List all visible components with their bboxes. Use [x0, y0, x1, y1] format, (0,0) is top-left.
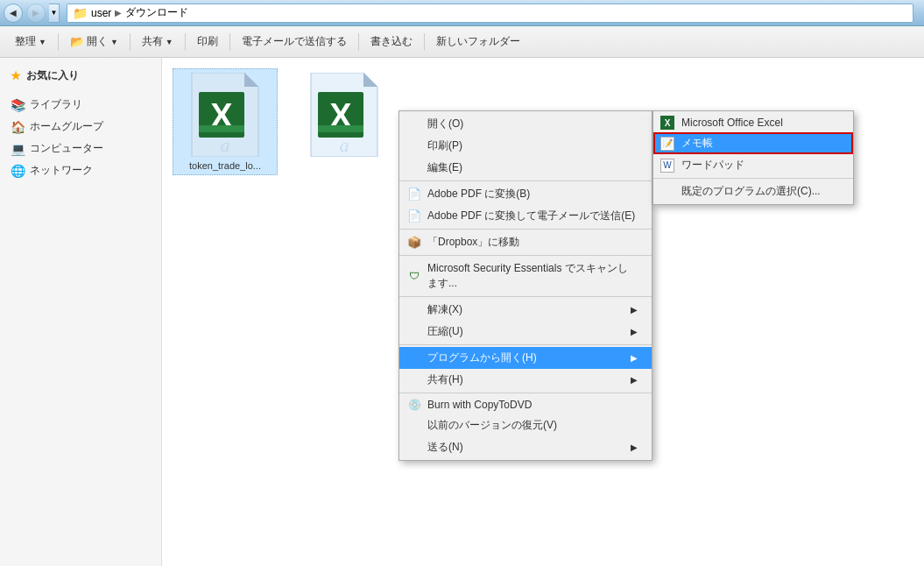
context-menu: 開く(O) 印刷(P) 編集(E) 📄 Adobe PDF に変換(B) 📄 A…	[399, 110, 652, 461]
menu-sep3	[399, 255, 652, 256]
file-label-1: token_trade_lo...	[189, 160, 261, 171]
burn-icon: 💿	[406, 397, 422, 413]
menu-mse-label: Microsoft Security Essentials でスキャンします..…	[427, 261, 638, 291]
menu-sep5	[399, 344, 652, 345]
email-label: 電子メールで送信する	[242, 34, 347, 49]
toolbar-sep5	[358, 33, 359, 51]
network-icon: 🌐	[11, 164, 25, 178]
menu-item-burn[interactable]: 💿 Burn with CopyToDVD	[399, 395, 652, 414]
sidebar-item-computer[interactable]: 💻 コンピューター	[4, 138, 158, 159]
open-label: 開く	[87, 34, 108, 49]
toolbar-sep6	[424, 33, 425, 51]
submenu-open-with: X Microsoft Office Excel 📝 メモ帳 W ワードパッド …	[652, 110, 854, 205]
menu-item-open[interactable]: 開く(O)	[399, 113, 652, 135]
sidebar: ★ お気に入り 📚 ライブラリ 🏠 ホームグループ 💻 コンピューター 🌐 ネッ…	[0, 58, 162, 566]
menu-sep4	[399, 296, 652, 297]
toolbar-sep3	[185, 33, 186, 51]
send-arrow: ▶	[631, 442, 638, 452]
compress-arrow: ▶	[631, 327, 638, 336]
submenu-item-choose[interactable]: 既定のプログラムの選択(C)...	[653, 180, 853, 202]
choose-icon	[659, 183, 676, 201]
toolbar: 整理 ▼ 📂 開く ▼ 共有 ▼ 印刷 電子メールで送信する 書き込む 新しいフ…	[0, 26, 924, 58]
print-label: 印刷	[197, 34, 218, 49]
address-folder: ダウンロード	[125, 5, 188, 20]
organize-label: 整理	[15, 34, 36, 49]
address-folder-icon: 📁	[73, 6, 88, 20]
submenu-item-excel[interactable]: X Microsoft Office Excel	[653, 113, 853, 132]
sidebar-item-homegroup[interactable]: 🏠 ホームグループ	[4, 116, 158, 138]
menu-item-edit[interactable]: 編集(E)	[399, 157, 652, 179]
menu-item-dropbox[interactable]: 📦 「Dropbox」に移動	[399, 231, 652, 253]
menu-sep1	[399, 180, 652, 181]
computer-label: コンピューター	[30, 141, 103, 156]
sidebar-item-library[interactable]: 📚 ライブラリ	[4, 94, 158, 116]
submenu-excel-label: Microsoft Office Excel	[681, 117, 783, 129]
menu-print-label: 印刷(P)	[427, 138, 462, 153]
adobe-pdf-icon: 📄	[406, 187, 422, 202]
menu-open-label: 開く(O)	[427, 117, 463, 131]
notepad-app-icon: 📝	[659, 135, 676, 152]
new-folder-button[interactable]: 新しいフォルダー	[428, 31, 528, 53]
menu-sep2	[399, 229, 652, 230]
menu-item-extract[interactable]: 解凍(X) ▶	[399, 299, 652, 321]
adobe-email-icon: 📄	[406, 209, 422, 224]
organize-button[interactable]: 整理 ▼	[7, 31, 54, 53]
nav-dropdown[interactable]: ▼	[49, 4, 60, 23]
menu-send-label: 送る(N)	[427, 440, 463, 455]
file-item-2[interactable]: X a	[292, 68, 397, 165]
share-arrow: ▼	[166, 38, 173, 46]
address-sep1: ▶	[115, 8, 122, 18]
menu-item-mse[interactable]: 🛡 Microsoft Security Essentials でスキャンします…	[399, 258, 652, 294]
excel-file-icon-1: X a	[183, 73, 267, 157]
share-button[interactable]: 共有 ▼	[134, 31, 181, 53]
email-button[interactable]: 電子メールで送信する	[234, 31, 355, 53]
network-label: ネットワーク	[30, 163, 93, 178]
open-icon: 📂	[70, 35, 84, 48]
back-button[interactable]: ◀	[4, 4, 23, 23]
menu-compress-label: 圧縮(U)	[427, 324, 463, 339]
svg-text:a: a	[340, 134, 349, 156]
svg-text:a: a	[221, 134, 230, 156]
library-label: ライブラリ	[30, 97, 82, 112]
excel-app-icon: X	[659, 114, 676, 131]
burn-button[interactable]: 書き込む	[363, 31, 420, 53]
favorites-section: ★ お気に入り	[4, 65, 158, 87]
menu-extract-label: 解凍(X)	[427, 302, 462, 317]
menu-item-share[interactable]: 共有(H) ▶	[399, 369, 652, 391]
favorites-header: ★ お気に入り	[4, 65, 158, 87]
nav-buttons: ◀ ▶ ▼	[4, 4, 60, 23]
menu-adobe-label: Adobe PDF に変換(B)	[427, 187, 530, 202]
menu-item-send[interactable]: 送る(N) ▶	[399, 436, 652, 458]
menu-burn-label: Burn with CopyToDVD	[427, 399, 532, 411]
homegroup-icon: 🏠	[11, 120, 25, 134]
submenu-item-notepad[interactable]: 📝 メモ帳	[653, 132, 853, 154]
organize-arrow: ▼	[39, 38, 46, 46]
computer-icon: 💻	[11, 142, 25, 156]
print-button[interactable]: 印刷	[189, 31, 226, 53]
main-layout: ★ お気に入り 📚 ライブラリ 🏠 ホームグループ 💻 コンピューター 🌐 ネッ…	[0, 58, 924, 566]
sidebar-item-network[interactable]: 🌐 ネットワーク	[4, 159, 158, 181]
menu-item-adobe-email[interactable]: 📄 Adobe PDF に変換して電子メールで送信(E)	[399, 205, 652, 227]
submenu-sep1	[653, 178, 853, 179]
address-bar[interactable]: 📁 user ▶ ダウンロード	[67, 4, 913, 23]
forward-button[interactable]: ▶	[26, 4, 46, 23]
svg-rect-4	[199, 125, 244, 132]
menu-item-open-with[interactable]: プログラムから開く(H) ▶	[399, 347, 652, 369]
menu-share-label: 共有(H)	[427, 372, 463, 387]
menu-item-compress[interactable]: 圧縮(U) ▶	[399, 321, 652, 343]
menu-item-adobe-pdf[interactable]: 📄 Adobe PDF に変換(B)	[399, 183, 652, 205]
menu-edit-label: 編集(E)	[427, 160, 462, 175]
menu-restore-label: 以前のバージョンの復元(V)	[427, 418, 557, 433]
submenu-item-wordpad[interactable]: W ワードパッド	[653, 154, 853, 176]
submenu-notepad-label: メモ帳	[681, 136, 713, 151]
share-menu-arrow: ▶	[631, 375, 638, 385]
open-arrow: ▼	[110, 38, 118, 46]
menu-item-restore[interactable]: 以前のバージョンの復元(V)	[399, 414, 652, 436]
menu-item-print[interactable]: 印刷(P)	[399, 135, 652, 157]
open-button[interactable]: 📂 開く ▼	[62, 31, 126, 53]
submenu-choose-label: 既定のプログラムの選択(C)...	[681, 184, 821, 199]
menu-sep6	[399, 393, 652, 393]
toolbar-sep2	[130, 33, 130, 51]
file-item-1[interactable]: X a token_trade_lo...	[173, 68, 278, 175]
excel-icon-box: X	[660, 116, 674, 130]
